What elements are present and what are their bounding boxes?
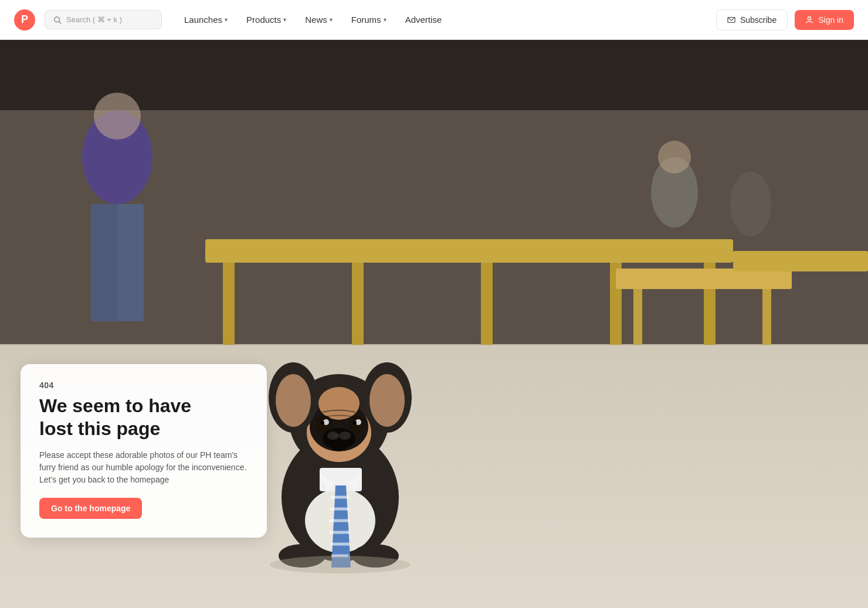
- go-to-homepage-button[interactable]: Go to the homepage: [39, 498, 142, 519]
- svg-point-44: [369, 374, 405, 427]
- nav-right: Subscribe Sign in: [716, 9, 854, 30]
- svg-point-0: [55, 16, 60, 22]
- nav-item-products[interactable]: Products ▾: [238, 10, 294, 29]
- nav-item-news[interactable]: News ▾: [297, 10, 341, 29]
- error-title: We seem to have lost this page: [39, 395, 248, 440]
- svg-point-42: [276, 374, 311, 427]
- nav-item-advertise[interactable]: Advertise: [397, 10, 450, 29]
- svg-point-24: [730, 172, 771, 236]
- nav-item-forums[interactable]: Forums ▾: [343, 10, 395, 29]
- hero-section: 404 We seem to have lost this page Pleas…: [0, 40, 868, 608]
- svg-point-54: [333, 434, 338, 437]
- svg-rect-10: [352, 263, 364, 345]
- svg-point-19: [94, 93, 141, 140]
- svg-rect-21: [117, 204, 144, 321]
- svg-rect-16: [762, 289, 771, 345]
- search-icon: [53, 16, 62, 24]
- logo-icon[interactable]: P: [14, 9, 35, 30]
- error-card: 404 We seem to have lost this page Pleas…: [21, 364, 267, 538]
- svg-rect-9: [223, 263, 235, 345]
- svg-point-53: [339, 432, 351, 440]
- search-box[interactable]: Search ( ⌘ + k ): [45, 10, 162, 29]
- svg-rect-17: [733, 251, 868, 271]
- svg-point-50: [353, 421, 357, 424]
- chevron-down-icon: ▾: [384, 16, 386, 23]
- nav-item-launches[interactable]: Launches ▾: [176, 10, 236, 29]
- subscribe-button[interactable]: Subscribe: [716, 9, 788, 30]
- chevron-down-icon: ▾: [283, 16, 286, 23]
- svg-point-51: [323, 428, 355, 449]
- svg-point-49: [321, 421, 324, 424]
- search-placeholder: Search ( ⌘ + k ): [66, 15, 122, 24]
- svg-line-1: [59, 21, 62, 23]
- signin-icon: [805, 16, 813, 24]
- svg-rect-20: [91, 204, 117, 321]
- svg-rect-14: [616, 269, 792, 289]
- envelope-icon: [727, 16, 735, 24]
- svg-point-23: [658, 141, 691, 174]
- chevron-down-icon: ▾: [330, 16, 333, 23]
- logo[interactable]: P: [14, 9, 35, 30]
- signin-button[interactable]: Sign in: [795, 10, 854, 30]
- svg-rect-8: [205, 239, 733, 263]
- chevron-down-icon: ▾: [225, 16, 228, 23]
- navbar: P Search ( ⌘ + k ) Launches ▾ Products ▾…: [0, 0, 868, 40]
- svg-point-57: [270, 556, 411, 573]
- nav-links: Launches ▾ Products ▾ News ▾ Forums ▾ Ad…: [176, 10, 716, 29]
- svg-rect-11: [481, 263, 493, 345]
- error-description: Please accept these adorable photos of o…: [39, 449, 248, 486]
- svg-rect-15: [633, 289, 642, 345]
- error-code: 404: [39, 381, 248, 390]
